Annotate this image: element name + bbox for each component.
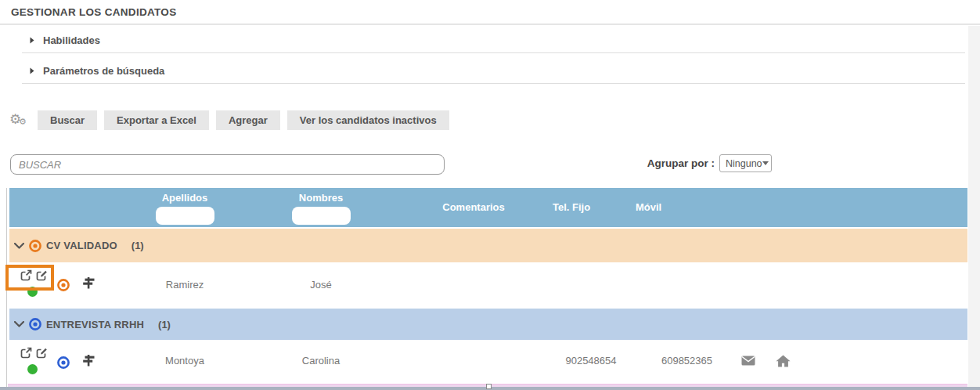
status-target-icon <box>56 356 70 370</box>
cell-apellidos: Ramirez <box>127 262 243 307</box>
group-by-selected-value: Ninguno <box>726 158 762 169</box>
column-label-tel-fijo: Tel. Fijo <box>553 201 590 213</box>
caret-down-icon <box>762 161 769 165</box>
chevron-down-icon[interactable] <box>14 321 24 327</box>
table-header: Apellidos Nombres Comentarios Tel. Fijo … <box>9 188 967 227</box>
cell-contact <box>740 262 830 307</box>
header-tel-fijo: Tel. Fijo <box>548 188 634 227</box>
candidate-row-ramirez: Ramirez José <box>9 262 967 307</box>
section-divider <box>22 83 965 84</box>
signpost-icon[interactable] <box>81 276 95 290</box>
header-contact-column <box>740 188 830 227</box>
external-link-icon[interactable] <box>20 346 33 359</box>
envelope-icon[interactable] <box>741 356 755 366</box>
header-nombres: Nombres <box>243 188 399 227</box>
header-movil: Móvil <box>634 188 740 227</box>
add-button[interactable]: Agregar <box>216 110 280 130</box>
toolbar: ⚙⚙ Buscar Exportar a Excel Agregar Ver l… <box>9 110 449 130</box>
caret-right-icon <box>30 67 34 74</box>
group-row-cv-validado[interactable]: CV VALIDADO (1) <box>9 227 967 262</box>
cell-nombres: Carolina <box>243 341 399 380</box>
cell-comentarios <box>399 341 548 380</box>
header-comentarios: Comentarios <box>399 188 548 227</box>
cell-movil: 609852365 <box>634 341 740 380</box>
group-by-label: Agrupar por : <box>603 157 715 169</box>
caret-right-icon <box>30 37 34 44</box>
section-habilidades[interactable]: Habilidades <box>30 31 100 49</box>
section-label: Parámetros de búsqueda <box>43 65 164 77</box>
cell-comentarios <box>399 262 548 307</box>
view-inactive-candidates-button[interactable]: Ver los candidatos inactivos <box>287 110 449 130</box>
export-excel-button[interactable]: Exportar a Excel <box>104 110 209 130</box>
column-label-comentarios: Comentarios <box>442 201 504 213</box>
section-label: Habilidades <box>43 34 100 46</box>
header-filler <box>830 188 967 227</box>
cell-apellidos: Montoya <box>127 341 243 380</box>
signpost-icon[interactable] <box>81 353 95 367</box>
status-target-icon <box>28 239 42 253</box>
column-label-nombres: Nombres <box>299 192 343 204</box>
chevron-down-icon[interactable] <box>14 243 24 249</box>
page-background-gutter <box>968 26 980 390</box>
cell-tel-fijo: 902548654 <box>548 341 634 380</box>
highlight-box <box>5 265 54 291</box>
cell-filler <box>830 341 967 380</box>
group-count: (1) <box>158 319 171 330</box>
search-button[interactable]: Buscar <box>38 110 97 130</box>
cell-movil <box>634 262 740 307</box>
cell-tel-fijo <box>548 262 634 307</box>
candidate-row-montoya: Montoya Carolina 902548654 609852365 <box>9 340 967 380</box>
active-status-dot <box>27 364 38 374</box>
status-target-icon <box>28 317 42 331</box>
search-input[interactable] <box>10 154 445 175</box>
edit-icon[interactable] <box>35 346 49 359</box>
column-label-apellidos: Apellidos <box>162 192 208 204</box>
header-apellidos: Apellidos <box>127 188 243 227</box>
group-count: (1) <box>132 240 144 251</box>
title-divider <box>0 23 980 25</box>
cell-filler <box>830 262 967 307</box>
apellidos-filter-input[interactable] <box>156 207 214 225</box>
group-label: CV VALIDADO <box>46 240 117 251</box>
home-icon[interactable] <box>776 355 791 367</box>
cell-contact <box>740 341 830 380</box>
nombres-filter-input[interactable] <box>292 207 351 225</box>
section-parametros-busqueda[interactable]: Parámetros de búsqueda <box>30 62 164 79</box>
cogs-icon[interactable]: ⚙⚙ <box>9 112 28 129</box>
section-divider <box>22 52 965 53</box>
tiny-cursor-artifact <box>486 384 492 389</box>
candidates-table: Apellidos Nombres Comentarios Tel. Fijo … <box>9 188 967 380</box>
page-title: GESTIONAR LOS CANDIDATOS <box>11 6 176 18</box>
group-row-entrevista-rrhh[interactable]: ENTREVISTA RRHH (1) <box>9 307 967 340</box>
header-actions-column <box>9 188 127 227</box>
candidates-page: GESTIONAR LOS CANDIDATOS Habilidades Par… <box>0 0 980 390</box>
cell-nombres: José <box>243 262 399 307</box>
group-by-select[interactable]: Ninguno <box>719 154 772 172</box>
group-label: ENTREVISTA RRHH <box>46 319 144 330</box>
column-label-movil: Móvil <box>636 201 661 213</box>
status-target-icon <box>56 278 70 292</box>
row-actions <box>9 341 127 380</box>
